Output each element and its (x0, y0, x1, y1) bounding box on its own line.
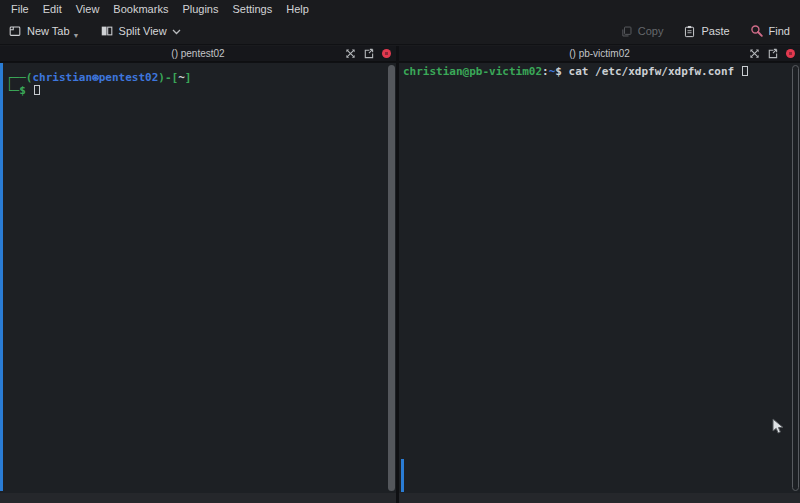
konsole-window: { "menu": ["File", "Edit", "View", "Book… (0, 0, 800, 503)
pane-header-pentest02[interactable]: () pentest02 (0, 46, 396, 62)
menu-bar: File Edit View Bookmarks Plugins Setting… (0, 0, 800, 18)
paste-button[interactable]: Paste (683, 25, 729, 38)
terminal-screen-pb-victim02[interactable]: christian@pb-victim02:~$ cat /etc/xdpfw/… (399, 63, 800, 493)
detach-view-icon[interactable] (767, 48, 778, 59)
scrollbar-left-pane[interactable] (388, 65, 395, 491)
paste-label: Paste (701, 25, 729, 37)
pane-title: () pentest02 (171, 48, 224, 59)
pane-header-pb-victim02[interactable]: () pb-victim02 (399, 46, 800, 62)
maximize-view-icon[interactable] (749, 48, 760, 59)
copy-icon (620, 25, 633, 38)
menu-file[interactable]: File (4, 0, 36, 18)
new-tab-icon (8, 24, 22, 38)
detach-view-icon[interactable] (363, 48, 374, 59)
menu-view[interactable]: View (69, 0, 107, 18)
terminal-splits: () pentest02 (0, 46, 800, 503)
new-tab-button[interactable]: New Tab ▼ (8, 24, 82, 38)
new-tab-label: New Tab (27, 25, 70, 37)
pane-title: () pb-victim02 (569, 48, 630, 59)
new-tab-dropdown-caret[interactable]: ▼ (73, 32, 80, 39)
toolbar: New Tab ▼ Split View (0, 18, 800, 45)
terminal-pane-pentest02: () pentest02 (0, 46, 396, 503)
maximize-view-icon[interactable] (345, 48, 356, 59)
terminal-screen-pentest02[interactable]: ┌──(christian⊛pentest02)-[~]└─$ (0, 63, 396, 493)
menu-edit[interactable]: Edit (36, 0, 69, 18)
close-icon (382, 49, 391, 58)
terminal-pane-pb-victim02: () pb-victim02 (399, 46, 800, 503)
close-view-button[interactable] (381, 48, 392, 59)
terminal-output: ┌──(christian⊛pentest02)-[~]└─$ (0, 63, 396, 97)
find-icon (750, 24, 764, 38)
terminal-line: christian@pb-victim02:~$ cat /etc/xdpfw/… (403, 65, 800, 78)
split-view-icon (100, 24, 114, 38)
close-view-button[interactable] (785, 48, 796, 59)
terminal-line: ┌──(christian⊛pentest02)-[~] (6, 71, 396, 84)
menu-settings[interactable]: Settings (225, 0, 279, 18)
find-label: Find (769, 25, 790, 37)
find-button[interactable]: Find (750, 24, 790, 38)
menu-help[interactable]: Help (279, 0, 316, 18)
split-view-button[interactable]: Split View (100, 24, 181, 38)
scrollbar-right-pane[interactable] (792, 65, 799, 491)
menu-bookmarks[interactable]: Bookmarks (106, 0, 175, 18)
terminal-line: └─$ (6, 84, 396, 97)
split-view-chevron-down-icon (172, 28, 181, 35)
close-icon (786, 49, 795, 58)
terminal-output: christian@pb-victim02:~$ cat /etc/xdpfw/… (399, 63, 800, 78)
copy-label: Copy (638, 25, 664, 37)
focused-view-indicator (0, 63, 3, 491)
terminal-cursor (742, 66, 748, 76)
menu-plugins[interactable]: Plugins (175, 0, 225, 18)
split-view-label: Split View (119, 25, 167, 37)
paste-icon (683, 25, 696, 38)
terminal-cursor (34, 85, 40, 95)
copy-button[interactable]: Copy (620, 25, 664, 38)
activity-indicator (401, 459, 404, 492)
